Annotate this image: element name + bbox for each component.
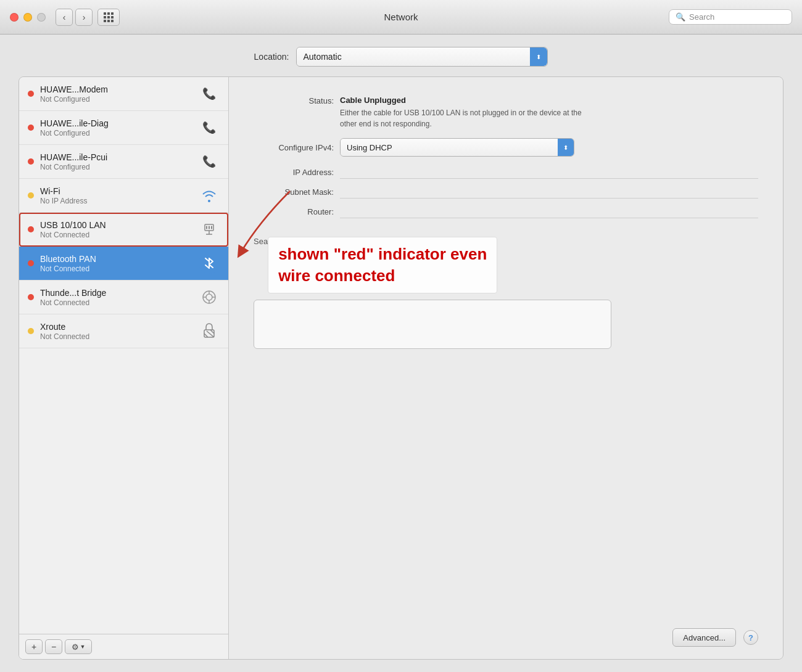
phone-icon: 📞 bbox=[199, 151, 220, 172]
item-text: Wi-Fi No IP Address bbox=[40, 186, 199, 205]
titlebar: ‹ › Network 🔍 Search bbox=[0, 0, 802, 35]
panel-area: HUAWE...Modem Not Configured 📞 HUAWE...i… bbox=[19, 76, 783, 660]
item-name: HUAWE...Modem bbox=[40, 84, 199, 94]
annotation-box: shown "red" indicator even wire connecte… bbox=[268, 237, 497, 293]
remove-button[interactable]: − bbox=[45, 639, 62, 654]
item-sub: Not Connected bbox=[40, 264, 199, 273]
item-text: HUAWE...ile-Pcui Not Configured bbox=[40, 152, 199, 171]
item-text: HUAWE...ile-Diag Not Configured bbox=[40, 118, 199, 137]
nav-buttons: ‹ › bbox=[56, 9, 93, 26]
item-sub: Not Connected bbox=[40, 298, 199, 307]
subnet-mask-row: Subnet Mask: bbox=[254, 185, 758, 199]
close-button[interactable] bbox=[10, 13, 19, 22]
item-text: Bluetooth PAN Not Connected bbox=[40, 254, 199, 273]
location-value: Automatic bbox=[297, 47, 531, 66]
sidebar-item-usb-lan[interactable]: USB 10/100 LAN Not Connected bbox=[19, 213, 228, 247]
svg-rect-3 bbox=[206, 226, 207, 229]
add-button[interactable]: + bbox=[25, 639, 43, 654]
configure-ipv4-value: Using DHCP bbox=[341, 139, 558, 156]
gear-dropdown-icon: ▼ bbox=[80, 644, 86, 650]
wifi-icon bbox=[199, 185, 220, 206]
bluetooth-icon bbox=[199, 253, 220, 274]
ip-address-label: IP Address: bbox=[254, 167, 334, 177]
location-bar: Location: Automatic ⬍ bbox=[19, 47, 783, 67]
sidebar-item-thunderbolt-bridge[interactable]: Thunde...t Bridge Not Connected bbox=[19, 281, 228, 314]
item-name: Xroute bbox=[40, 322, 199, 332]
location-label: Location: bbox=[254, 52, 289, 62]
item-name: Thunde...t Bridge bbox=[40, 288, 199, 298]
sidebar-list: HUAWE...Modem Not Configured 📞 HUAWE...i… bbox=[19, 77, 228, 634]
status-dot-red bbox=[28, 226, 34, 232]
subnet-mask-value bbox=[340, 185, 758, 199]
item-name: HUAWE...ile-Diag bbox=[40, 118, 199, 128]
traffic-lights bbox=[10, 13, 46, 22]
maximize-button[interactable] bbox=[37, 13, 46, 22]
item-text: USB 10/100 LAN Not Connected bbox=[40, 220, 199, 239]
status-block: Cable Unplugged Either the cable for USB… bbox=[334, 96, 587, 129]
item-name: USB 10/100 LAN bbox=[40, 220, 199, 230]
search-domains-textarea[interactable] bbox=[254, 300, 611, 349]
router-label: Router: bbox=[254, 207, 334, 216]
app-grid-button[interactable] bbox=[97, 9, 120, 26]
thunderbolt-icon bbox=[199, 287, 220, 308]
sidebar-item-huawei-pcui[interactable]: HUAWE...ile-Pcui Not Configured 📞 bbox=[19, 145, 228, 179]
forward-button[interactable]: › bbox=[75, 9, 93, 26]
sidebar-item-wifi[interactable]: Wi-Fi No IP Address bbox=[19, 179, 228, 213]
location-selector[interactable]: Automatic ⬍ bbox=[296, 47, 548, 67]
sidebar-item-huawei-modem[interactable]: HUAWE...Modem Not Configured 📞 bbox=[19, 77, 228, 111]
status-row: Status: Cable Unplugged Either the cable… bbox=[254, 96, 758, 129]
annotation-text-line1: shown "red" indicator even bbox=[278, 244, 487, 265]
status-dot-red bbox=[28, 91, 34, 97]
item-sub: Not Configured bbox=[40, 95, 199, 104]
router-value bbox=[340, 205, 758, 218]
configure-ipv4-selector[interactable]: Using DHCP ⬍ bbox=[340, 138, 574, 157]
advanced-button[interactable]: Advanced... bbox=[672, 628, 736, 647]
search-box[interactable]: 🔍 Search bbox=[669, 9, 792, 25]
grid-icon bbox=[104, 12, 114, 22]
ip-address-value bbox=[340, 165, 758, 179]
item-text: HUAWE...Modem Not Configured bbox=[40, 84, 199, 104]
sidebar-item-huawei-diag[interactable]: HUAWE...ile-Diag Not Configured 📞 bbox=[19, 111, 228, 145]
subnet-mask-label: Subnet Mask: bbox=[254, 187, 334, 197]
sidebar-item-xroute[interactable]: Xroute Not Connected bbox=[19, 314, 228, 348]
phone-icon: 📞 bbox=[199, 117, 220, 138]
status-dot-red bbox=[28, 260, 34, 266]
svg-rect-4 bbox=[209, 226, 210, 229]
location-chevron-icon[interactable]: ⬍ bbox=[530, 47, 547, 66]
item-sub: Not Configured bbox=[40, 163, 199, 171]
ethernet-icon bbox=[199, 219, 220, 240]
svg-point-7 bbox=[206, 294, 212, 300]
lock-icon bbox=[199, 321, 220, 342]
item-text: Xroute Not Connected bbox=[40, 322, 199, 341]
item-name: Bluetooth PAN bbox=[40, 254, 199, 264]
item-sub: Not Configured bbox=[40, 129, 199, 137]
search-placeholder: Search bbox=[689, 12, 714, 22]
search-prefix: Sea bbox=[254, 237, 268, 246]
minimize-button[interactable] bbox=[23, 13, 32, 22]
advanced-row: Advanced... ? bbox=[254, 622, 758, 647]
sidebar-item-bluetooth-pan[interactable]: Bluetooth PAN Not Connected bbox=[19, 247, 228, 281]
svg-rect-5 bbox=[211, 226, 212, 229]
ip-address-row: IP Address: bbox=[254, 165, 758, 179]
status-dot-red bbox=[28, 158, 34, 165]
configure-ipv4-label: Configure IPv4: bbox=[254, 142, 334, 152]
status-dot-yellow bbox=[28, 192, 34, 199]
sidebar: HUAWE...Modem Not Configured 📞 HUAWE...i… bbox=[19, 77, 229, 659]
item-name: Wi-Fi bbox=[40, 186, 199, 196]
router-row: Router: bbox=[254, 205, 758, 218]
search-icon: 🔍 bbox=[676, 12, 685, 22]
item-sub: Not Connected bbox=[40, 231, 199, 239]
back-button[interactable]: ‹ bbox=[56, 9, 73, 26]
annotation-text-line2: wire connected bbox=[278, 265, 487, 287]
sidebar-footer: + − ⚙ ▼ bbox=[19, 634, 228, 659]
item-name: HUAWE...ile-Pcui bbox=[40, 152, 199, 162]
gear-icon: ⚙ bbox=[72, 642, 79, 652]
detail-panel: Status: Cable Unplugged Either the cable… bbox=[229, 77, 783, 659]
main-content: Location: Automatic ⬍ HUAWE...Modem Not … bbox=[0, 35, 802, 672]
help-button[interactable]: ? bbox=[743, 630, 758, 645]
status-value: Cable Unplugged bbox=[340, 96, 587, 105]
window-title: Network bbox=[384, 12, 418, 22]
item-text: Thunde...t Bridge Not Connected bbox=[40, 288, 199, 307]
gear-button[interactable]: ⚙ ▼ bbox=[65, 639, 92, 654]
configure-ipv4-chevron-icon[interactable]: ⬍ bbox=[558, 139, 574, 156]
